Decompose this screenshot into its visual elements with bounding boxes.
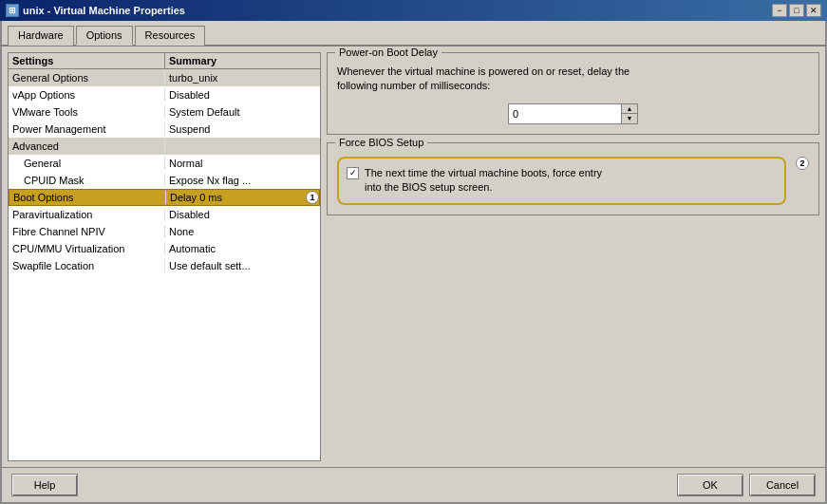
maximize-button[interactable]: □	[789, 4, 804, 17]
right-panel: Power-on Boot Delay Whenever the virtual…	[327, 52, 819, 461]
settings-row-boot-options[interactable]: Boot Options Delay 0 ms 1	[9, 189, 320, 206]
row-label: VMware Tools	[9, 105, 165, 119]
tab-hardware[interactable]: Hardware	[8, 26, 74, 46]
row-summary: Normal	[165, 157, 320, 170]
row-summary: Delay 0 ms	[166, 191, 304, 204]
row-label: Power Management	[9, 122, 165, 136]
settings-row-paravirt[interactable]: Paravirtualization Disabled	[9, 206, 320, 223]
cancel-button[interactable]: Cancel	[749, 474, 816, 496]
content-area: Settings Summary General Options turbo_u…	[2, 47, 825, 467]
annotation-badge-2: 2	[796, 157, 809, 170]
row-summary	[165, 145, 320, 147]
settings-row-general-options[interactable]: General Options turbo_unix	[9, 69, 320, 86]
settings-row-swapfile[interactable]: Swapfile Location Use default sett...	[9, 257, 320, 274]
row-label: General Options	[9, 71, 165, 84]
tab-bar: Hardware Options Resources Virtual Machi…	[2, 21, 825, 47]
ok-button[interactable]: OK	[677, 474, 743, 496]
col-settings-header: Settings	[9, 53, 165, 68]
settings-row-cpuid[interactable]: CPUID Mask Expose Nx flag ...	[9, 172, 320, 189]
boot-delay-content: Whenever the virtual machine is powered …	[337, 65, 809, 124]
settings-row-vmware-tools[interactable]: VMware Tools System Default	[9, 103, 320, 121]
row-label: CPU/MMU Virtualization	[9, 242, 165, 255]
force-bios-setup-group: Force BIOS Setup ✓ The next time the vir…	[327, 142, 819, 215]
row-summary: Expose Nx flag ...	[165, 174, 320, 187]
window-icon: ⊞	[6, 4, 19, 17]
row-summary: System Default	[165, 105, 320, 119]
spinner-up-button[interactable]: ▲	[622, 104, 637, 114]
row-summary: Disabled	[165, 88, 320, 102]
tab-resources[interactable]: Resources	[135, 26, 206, 46]
annotation-badge-1: 1	[306, 191, 319, 204]
row-label: Swapfile Location	[9, 259, 165, 272]
row-summary: Use default sett...	[165, 259, 320, 272]
row-summary: None	[165, 225, 320, 238]
close-button[interactable]: ✕	[806, 4, 821, 17]
power-on-boot-delay-group: Power-on Boot Delay Whenever the virtual…	[327, 52, 819, 135]
row-label: Boot Options	[9, 191, 166, 204]
row-summary: Automatic	[165, 242, 320, 255]
window-title: unix - Virtual Machine Properties	[23, 5, 185, 16]
row-label: Advanced	[9, 140, 165, 153]
force-bios-setup-title: Force BIOS Setup	[335, 137, 427, 148]
row-summary: turbo_unix	[165, 71, 320, 84]
boot-delay-input[interactable]	[508, 103, 622, 124]
help-button[interactable]: Help	[11, 474, 78, 496]
settings-row-power-mgmt[interactable]: Power Management Suspend	[9, 121, 320, 138]
title-bar: ⊞ unix - Virtual Machine Properties − □ …	[0, 0, 827, 21]
row-summary: Disabled	[165, 208, 320, 221]
row-label: General	[9, 157, 165, 170]
settings-row-advanced[interactable]: Advanced	[9, 138, 320, 155]
force-bios-text: The next time the virtual machine boots,…	[365, 166, 602, 196]
force-bios-box: ✓ The next time the virtual machine boot…	[337, 157, 786, 205]
settings-row-cpu-mmu[interactable]: CPU/MMU Virtualization Automatic	[9, 240, 320, 257]
minimize-button[interactable]: −	[772, 4, 787, 17]
force-bios-content: ✓ The next time the virtual machine boot…	[337, 157, 809, 205]
force-bios-checkbox[interactable]: ✓	[347, 167, 359, 179]
row-label: Fibre Channel NPIV	[9, 225, 165, 238]
spinner-down-button[interactable]: ▼	[622, 114, 637, 123]
boot-delay-description: Whenever the virtual machine is powered …	[337, 65, 809, 94]
settings-row-general[interactable]: General Normal	[9, 155, 320, 172]
row-label: Paravirtualization	[9, 208, 165, 221]
main-window: Hardware Options Resources Virtual Machi…	[0, 21, 827, 504]
power-on-boot-delay-title: Power-on Boot Delay	[335, 47, 442, 58]
window-controls: − □ ✕	[772, 4, 821, 17]
settings-header: Settings Summary	[9, 53, 320, 69]
checkbox-check-mark: ✓	[349, 168, 357, 177]
spinner-row: ▲ ▼	[337, 103, 809, 124]
bottom-bar: Help OK Cancel	[2, 467, 825, 502]
tab-options[interactable]: Options	[76, 26, 133, 46]
row-label: vApp Options	[9, 88, 165, 102]
row-label: CPUID Mask	[9, 174, 165, 187]
spinner-buttons: ▲ ▼	[622, 103, 638, 124]
col-summary-header: Summary	[165, 53, 320, 68]
settings-panel: Settings Summary General Options turbo_u…	[8, 52, 321, 461]
settings-row-vapp[interactable]: vApp Options Disabled	[9, 86, 320, 103]
settings-row-npiv[interactable]: Fibre Channel NPIV None	[9, 223, 320, 240]
row-summary: Suspend	[165, 122, 320, 136]
bottom-right-buttons: OK Cancel	[677, 474, 816, 496]
